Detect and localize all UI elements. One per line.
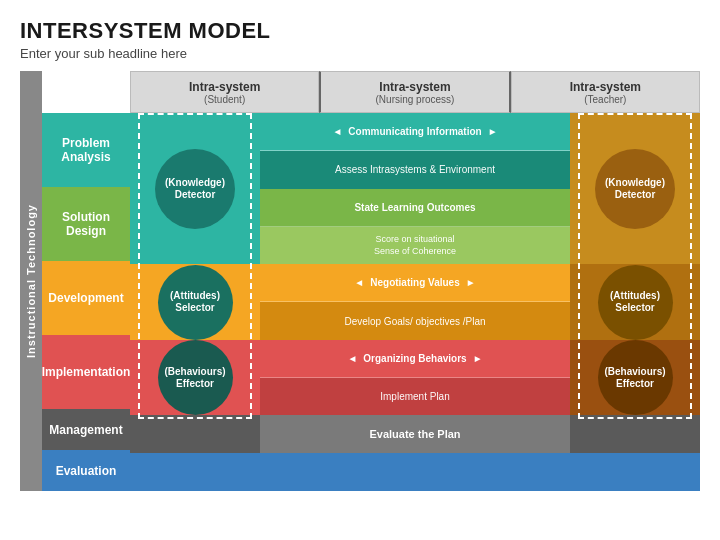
teacher-knowledge-cell: (Knowledge)Detector bbox=[570, 113, 700, 264]
left-label: Instructional Technology bbox=[20, 71, 42, 491]
middle-management-row: Evaluate the Plan bbox=[260, 415, 570, 453]
negotiating-label: Negotiating Values bbox=[370, 277, 459, 288]
student-knowledge-cell: (Knowledge)Detector bbox=[130, 113, 260, 264]
row-labels: ProblemAnalysis SolutionDesign Developme… bbox=[42, 113, 130, 491]
teacher-eval-cell bbox=[570, 453, 700, 491]
student-eval-cell bbox=[130, 453, 260, 491]
teacher-attitudes-cell: (Attitudes)Selector bbox=[570, 264, 700, 340]
middle-development-group: ◄ Negotiating Values ► Develop Goals/ ob… bbox=[260, 264, 570, 340]
middle-organizing-row: ◄ Organizing Behaviors ► bbox=[260, 340, 570, 378]
header-student-sub: (Student) bbox=[204, 94, 245, 105]
student-management-cell bbox=[130, 415, 260, 453]
student-knowledge-circle: (Knowledge)Detector bbox=[155, 149, 235, 229]
teacher-behaviours-cell: (Behaviours)Effector bbox=[570, 340, 700, 416]
student-behaviours-circle: (Behaviours)Effector bbox=[158, 340, 233, 415]
teacher-column: (Knowledge)Detector (Attitudes)Selector bbox=[570, 113, 700, 491]
middle-implementation-group: ◄ Organizing Behaviors ► Implement Plan bbox=[260, 340, 570, 416]
middle-implement-row: Implement Plan bbox=[260, 378, 570, 415]
student-attitudes-cell: (Attitudes)Selector bbox=[130, 264, 260, 340]
middle-column: ◄ Communicating Information ► Assess Int… bbox=[260, 113, 570, 491]
row-label-solution: SolutionDesign bbox=[42, 187, 130, 261]
teacher-knowledge-circle: (Knowledge)Detector bbox=[595, 149, 675, 229]
middle-state-row: State Learning Outcomes bbox=[260, 189, 570, 227]
header-teacher: Intra-system (Teacher) bbox=[511, 71, 700, 113]
teacher-attitudes-circle: (Attitudes)Selector bbox=[598, 265, 673, 340]
teacher-management-cell bbox=[570, 415, 700, 453]
middle-score-row: Score on situationalSense of Coherence bbox=[260, 227, 570, 264]
middle-problem-group: ◄ Communicating Information ► Assess Int… bbox=[260, 113, 570, 189]
teacher-knowledge-label: (Knowledge)Detector bbox=[605, 177, 665, 201]
diagram: Instructional Technology Intra-system (S… bbox=[20, 71, 700, 491]
arrow-left3: ◄ bbox=[347, 353, 357, 364]
student-attitudes-label: (Attitudes)Selector bbox=[170, 290, 220, 314]
middle-eval-row bbox=[260, 453, 570, 491]
develop-label: Develop Goals/ objectives /Plan bbox=[344, 316, 485, 327]
header-student-main: Intra-system bbox=[189, 80, 260, 94]
arrow-left2: ◄ bbox=[354, 277, 364, 288]
arrow-right2: ► bbox=[466, 277, 476, 288]
header-row: Intra-system (Student) Intra-system (Nur… bbox=[130, 71, 700, 113]
assess-label: Assess Intrasystems & Environment bbox=[335, 164, 495, 175]
row-label-implementation: Implementation bbox=[42, 335, 130, 409]
header-student: Intra-system (Student) bbox=[130, 71, 319, 113]
header-nursing-main: Intra-system bbox=[379, 80, 450, 94]
header-teacher-main: Intra-system bbox=[570, 80, 641, 94]
row-label-management: Management bbox=[42, 409, 130, 450]
middle-communicating-row: ◄ Communicating Information ► bbox=[260, 113, 570, 151]
middle-develop-row: Develop Goals/ objectives /Plan bbox=[260, 302, 570, 339]
row-label-development: Development bbox=[42, 261, 130, 335]
center-columns: (Knowledge)Detector (Attitudes)Selector bbox=[130, 113, 700, 491]
teacher-behaviours-label: (Behaviours)Effector bbox=[604, 366, 665, 390]
page-title: INTERSYSTEM MODEL bbox=[20, 18, 700, 44]
arrow-left: ◄ bbox=[332, 126, 342, 137]
student-knowledge-label: (Knowledge)Detector bbox=[165, 177, 225, 201]
row-label-problem: ProblemAnalysis bbox=[42, 113, 130, 187]
student-behaviours-cell: (Behaviours)Effector bbox=[130, 340, 260, 416]
main-content: Intra-system (Student) Intra-system (Nur… bbox=[42, 71, 700, 491]
implement-label: Implement Plan bbox=[380, 391, 449, 402]
organizing-label: Organizing Behaviors bbox=[363, 353, 466, 364]
teacher-behaviours-circle: (Behaviours)Effector bbox=[598, 340, 673, 415]
state-label: State Learning Outcomes bbox=[354, 202, 475, 213]
teacher-attitudes-label: (Attitudes)Selector bbox=[610, 290, 660, 314]
header-nursing: Intra-system (Nursing process) bbox=[319, 71, 510, 113]
student-behaviours-label: (Behaviours)Effector bbox=[164, 366, 225, 390]
student-column: (Knowledge)Detector (Attitudes)Selector bbox=[130, 113, 260, 491]
row-label-evaluation: Evaluation bbox=[42, 450, 130, 491]
middle-solution-group: State Learning Outcomes Score on situati… bbox=[260, 189, 570, 265]
middle-negotiating-row: ◄ Negotiating Values ► bbox=[260, 264, 570, 302]
header-nursing-sub: (Nursing process) bbox=[376, 94, 455, 105]
arrow-right: ► bbox=[488, 126, 498, 137]
page-subtitle: Enter your sub headline here bbox=[20, 46, 700, 61]
communicating-label: Communicating Information bbox=[348, 126, 481, 137]
evaluate-label: Evaluate the Plan bbox=[369, 428, 460, 440]
score-label: Score on situationalSense of Coherence bbox=[374, 234, 456, 257]
student-attitudes-circle: (Attitudes)Selector bbox=[158, 265, 233, 340]
header-teacher-sub: (Teacher) bbox=[584, 94, 626, 105]
middle-assess-row: Assess Intrasystems & Environment bbox=[260, 151, 570, 188]
arrow-right3: ► bbox=[473, 353, 483, 364]
page: INTERSYSTEM MODEL Enter your sub headlin… bbox=[0, 0, 720, 540]
body-area: ProblemAnalysis SolutionDesign Developme… bbox=[42, 113, 700, 491]
